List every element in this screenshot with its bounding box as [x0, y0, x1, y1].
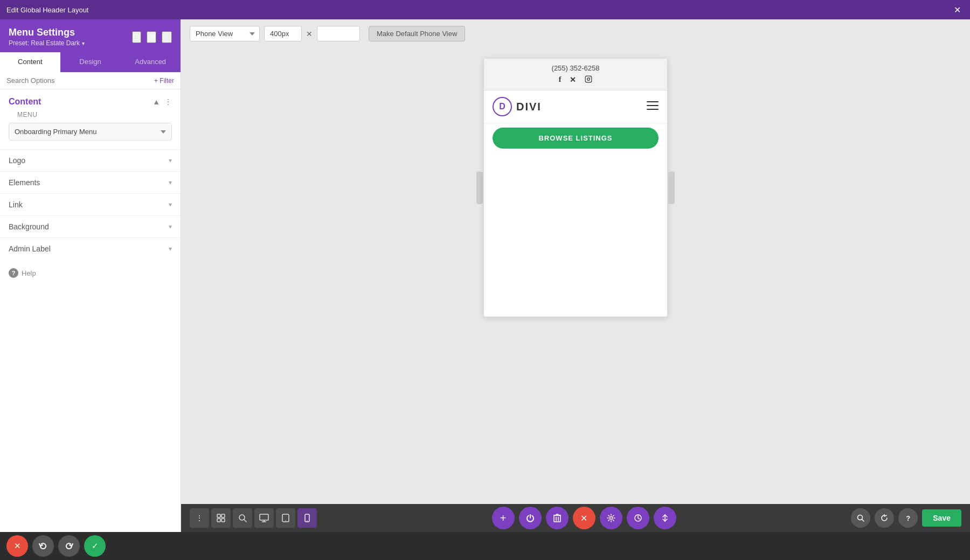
link-section[interactable]: Link ▾	[0, 193, 181, 215]
search-input[interactable]	[6, 76, 150, 85]
menu-label: Menu	[9, 111, 172, 121]
svg-rect-3	[647, 101, 659, 102]
canvas-area: Phone View Tablet View Desktop View ✕ Ma…	[181, 19, 970, 532]
hamburger-menu-icon[interactable]	[647, 101, 659, 113]
cancel-close-button[interactable]: ✕	[6, 535, 28, 557]
filter-button[interactable]: + Filter	[154, 77, 174, 85]
admin-label-chevron-icon: ▾	[169, 245, 172, 253]
svg-rect-9	[221, 519, 225, 522]
preset-dropdown-icon[interactable]: ▾	[82, 40, 85, 46]
svg-point-18	[307, 520, 308, 521]
admin-label-section[interactable]: Admin Label ▾	[0, 237, 181, 260]
elements-chevron-icon: ▾	[169, 179, 172, 186]
background-chevron-icon: ▾	[169, 223, 172, 230]
phone-preview: (255) 352-6258 f ✕	[484, 59, 667, 317]
canvas-grid-btn[interactable]	[211, 508, 231, 528]
svg-point-16	[285, 520, 286, 521]
preview-empty-area	[484, 155, 667, 317]
canvas-desktop-btn[interactable]	[254, 508, 274, 528]
canvas-tablet-btn[interactable]	[276, 508, 295, 528]
make-default-button[interactable]: Make Default Phone View	[369, 26, 465, 41]
window-bottom-bar: ✕ ✓	[0, 532, 970, 560]
canvas-tool-group: ⋮	[190, 508, 317, 528]
canvas-zoom-button[interactable]	[851, 508, 870, 528]
canvas-toolbar: Phone View Tablet View Desktop View ✕ Ma…	[181, 19, 970, 48]
preset-text: Preset: Real Estate Dark	[9, 39, 80, 47]
close-element-button[interactable]: ✕	[573, 507, 595, 529]
close-button[interactable]: ✕	[951, 3, 964, 16]
sidebar-preset: Preset: Real Estate Dark ▾	[9, 39, 85, 47]
svg-rect-0	[585, 76, 592, 82]
sidebar-menu-title: Menu Settings	[9, 27, 85, 38]
tab-design[interactable]: Design	[60, 52, 121, 72]
canvas-action-group: + ✕	[492, 507, 676, 529]
canvas-more-btn[interactable]: ⋮	[190, 508, 209, 528]
resize-handle-left[interactable]	[476, 172, 483, 204]
logo-letter: D	[499, 102, 505, 111]
settings-button[interactable]	[600, 507, 622, 529]
view-select[interactable]: Phone View Tablet View Desktop View	[190, 26, 260, 41]
canvas-right-group: ? Save	[851, 508, 961, 528]
canvas-phone-btn[interactable]	[297, 508, 317, 528]
delete-button[interactable]	[546, 507, 569, 529]
logo-text: DIVI	[516, 101, 542, 113]
help-row[interactable]: ? Help	[0, 260, 181, 286]
history-button[interactable]	[627, 507, 649, 529]
section-more-icon[interactable]: ⋮	[164, 97, 172, 106]
svg-point-1	[587, 78, 590, 81]
background-section[interactable]: Background ▾	[0, 215, 181, 237]
svg-rect-8	[217, 519, 220, 522]
svg-rect-7	[221, 514, 225, 517]
help-label: Help	[22, 269, 36, 277]
preview-topbar: (255) 352-6258 f ✕	[484, 59, 667, 90]
link-chevron-icon: ▾	[169, 201, 172, 208]
canvas-search-btn[interactable]	[233, 508, 252, 528]
sidebar-header: Menu Settings Preset: Real Estate Dark ▾…	[0, 19, 181, 52]
redo-button[interactable]	[58, 535, 80, 557]
svg-line-11	[244, 520, 246, 522]
logo-section[interactable]: Logo ▾	[0, 149, 181, 171]
content-section-header: Content ▲ ⋮	[0, 89, 181, 111]
resize-handle-right[interactable]	[668, 172, 675, 204]
layout-icon[interactable]: ▥	[147, 31, 156, 43]
power-button[interactable]	[519, 507, 542, 529]
section-collapse-icon[interactable]: ▲	[153, 97, 160, 106]
search-bar: + Filter	[0, 72, 181, 89]
background-label: Background	[9, 222, 49, 231]
menu-label-container: Menu	[0, 111, 181, 123]
content-section-title: Content	[9, 97, 41, 107]
svg-point-2	[590, 77, 591, 78]
sidebar-content: Content ▲ ⋮ Menu Onboarding Primary Menu…	[0, 89, 181, 532]
px-input[interactable]	[264, 26, 302, 41]
menu-select[interactable]: Onboarding Primary Menu	[9, 123, 172, 141]
browse-button-container: BROWSE LISTINGS	[484, 128, 667, 149]
preview-phone-number: (255) 352-6258	[495, 64, 656, 72]
canvas-help-button[interactable]: ?	[898, 508, 918, 528]
svg-rect-12	[260, 514, 268, 520]
canvas-bottom-toolbar: ⋮	[181, 504, 970, 532]
facebook-icon: f	[559, 75, 562, 85]
main-layout: Menu Settings Preset: Real Estate Dark ▾…	[0, 19, 970, 532]
logo-label: Logo	[9, 156, 25, 165]
tab-content[interactable]: Content	[0, 52, 60, 72]
svg-point-23	[609, 517, 612, 520]
svg-rect-6	[217, 514, 220, 517]
custom-width-input[interactable]	[317, 26, 360, 41]
elements-section[interactable]: Elements ▾	[0, 171, 181, 193]
tab-advanced[interactable]: Advanced	[120, 52, 181, 72]
confirm-button[interactable]: ✓	[84, 535, 106, 557]
preview-social-icons: f ✕	[495, 75, 656, 85]
title-bar: Edit Global Header Layout ✕	[0, 0, 970, 19]
browse-listings-button[interactable]: BROWSE LISTINGS	[493, 128, 659, 149]
px-clear-button[interactable]: ✕	[306, 30, 313, 38]
save-button[interactable]: Save	[922, 509, 961, 527]
preview-logo: D DIVI	[493, 97, 542, 116]
layout-manager-button[interactable]	[654, 507, 676, 529]
phone-preview-wrapper: (255) 352-6258 f ✕	[484, 59, 667, 317]
add-element-button[interactable]: +	[492, 507, 515, 529]
elements-label: Elements	[9, 178, 40, 187]
undo-button[interactable]	[32, 535, 54, 557]
more-options-icon[interactable]: ⋮	[162, 31, 172, 43]
canvas-refresh-button[interactable]	[875, 508, 894, 528]
duplicate-icon[interactable]: ⊡	[132, 31, 141, 43]
